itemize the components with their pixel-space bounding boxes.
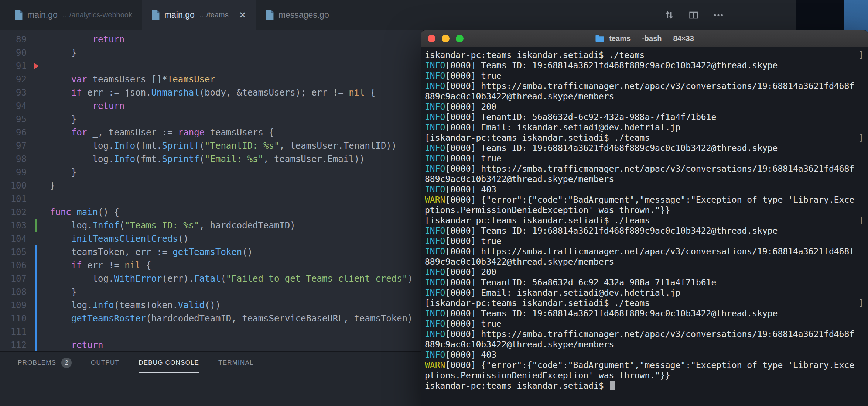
tab-label: main.go <box>27 10 58 20</box>
code-token: , hardcodedTeamID) <box>199 220 295 231</box>
code-token <box>50 74 71 85</box>
prompt-mark: ] <box>858 215 864 226</box>
code-text: } <box>50 113 76 126</box>
code-text: return <box>50 99 124 113</box>
code-token: Sprintf <box>162 141 199 151</box>
terminal-text: [0000] true <box>445 236 501 246</box>
code-token: Info <box>114 154 135 164</box>
code-token: , teamsUser.TenantID)) <box>279 141 397 151</box>
code-token: Unmarshal <box>151 87 199 98</box>
editor-tab[interactable]: messages.go <box>256 0 339 30</box>
terminal-text: [0000] Email: iskandar.setiadi@dev.hdetr… <box>445 123 680 132</box>
code-token: nil <box>349 87 365 98</box>
line-number: 105 <box>0 245 27 259</box>
panel-tab-debug-console[interactable]: DEBUG CONSOLE <box>139 352 199 373</box>
terminal-text: [0000] 200 <box>445 267 496 277</box>
editor-tab[interactable]: main.go…/teams✕ <box>142 0 256 30</box>
gutter-decoration <box>27 299 50 312</box>
gutter-decoration <box>27 46 50 59</box>
gutter-decoration <box>27 126 50 139</box>
terminal-line: INFO[0000] Email: iskandar.setiadi@dev.h… <box>425 288 864 298</box>
close-button[interactable] <box>428 35 435 42</box>
open-changes-icon[interactable] <box>664 10 674 20</box>
code-token: ( <box>199 154 205 164</box>
code-token: } <box>50 287 76 297</box>
code-text: } <box>50 166 76 179</box>
code-token: nil <box>124 260 140 271</box>
gutter-decoration <box>27 219 50 232</box>
code-token: err := json. <box>82 87 151 98</box>
window-controls <box>428 30 464 47</box>
log-level-info: INFO <box>425 81 445 91</box>
code-token <box>50 101 93 111</box>
terminal-line: INFO[0000] https://smba.trafficmanager.n… <box>425 81 864 91</box>
code-text: getTeamsRoster(hardcodedTeamID, teamsSer… <box>50 312 413 325</box>
log-level-info: INFO <box>425 309 445 318</box>
gutter-decoration <box>27 113 50 126</box>
gutter-decoration <box>27 192 50 206</box>
terminal-text: 889c9ac0c10b3422@thread.skype/members <box>425 174 614 184</box>
code-token: main <box>76 207 98 217</box>
terminal-content[interactable]: iskandar-pc:teams iskandar.setiadi$ ./te… <box>421 47 868 394</box>
panel-tab-terminal[interactable]: TERMINAL <box>218 352 254 373</box>
problems-count-badge: 2 <box>61 358 72 368</box>
gutter-decoration <box>27 232 50 245</box>
terminal-line: INFO[0000] true <box>425 236 864 246</box>
terminal-text: [0000] https://smba.trafficmanager.net/a… <box>445 164 854 173</box>
log-level-info: INFO <box>425 247 445 256</box>
code-text: func main() { <box>50 206 119 219</box>
log-level-info: INFO <box>425 164 445 173</box>
line-number: 110 <box>0 312 27 325</box>
log-level-info: INFO <box>425 278 445 287</box>
code-token: "Teams ID: %s" <box>124 220 199 231</box>
code-token: _, teamsUser := <box>87 127 178 138</box>
terminal-title-bar[interactable]: teams — -bash — 84×33 <box>421 30 868 47</box>
code-text: initTeamsClientCreds() <box>50 232 189 245</box>
split-editor-icon[interactable] <box>688 10 699 20</box>
gutter-decoration <box>27 73 50 86</box>
git-added-indicator <box>35 219 37 232</box>
tab-close-icon[interactable]: ✕ <box>239 10 246 20</box>
more-actions-icon[interactable] <box>713 10 724 20</box>
log-level-info: INFO <box>425 102 445 111</box>
go-file-icon <box>266 10 274 20</box>
git-modified-indicator <box>35 272 37 285</box>
panel-tab-output[interactable]: OUTPUT <box>91 352 119 373</box>
code-text: log.Info(fmt.Sprintf("Email: %s", teamsU… <box>50 152 365 166</box>
editor-actions <box>664 0 724 30</box>
gutter-decoration <box>27 33 50 46</box>
panel-tab-label: OUTPUT <box>91 359 119 367</box>
code-token: teamsUsers []* <box>87 74 167 85</box>
editor-tab[interactable]: main.go…/analytics-webhook <box>5 0 142 30</box>
code-token: } <box>50 180 55 191</box>
terminal-line: INFO[0000] true <box>425 319 864 329</box>
zoom-button[interactable] <box>456 35 464 42</box>
code-token: log. <box>50 154 114 164</box>
code-token <box>50 313 71 324</box>
line-number: 99 <box>0 166 27 179</box>
line-number: 103 <box>0 219 27 232</box>
code-token <box>50 127 71 138</box>
terminal-line: INFO[0000] Teams ID: 19:68814a3621fd468f… <box>425 143 864 153</box>
code-token: var <box>71 74 87 85</box>
code-token: ()) <box>205 300 221 310</box>
line-number: 101 <box>0 192 27 206</box>
code-token: if <box>71 260 82 271</box>
log-level-info: INFO <box>425 143 445 153</box>
prompt-mark: ] <box>858 133 864 143</box>
code-token: teamsToken, err := <box>50 247 172 257</box>
code-token: () <box>242 247 253 257</box>
code-token: } <box>50 48 76 58</box>
gutter-decoration <box>27 166 50 179</box>
minimize-button[interactable] <box>442 35 450 42</box>
line-number: 95 <box>0 113 27 126</box>
log-level-info: INFO <box>425 112 445 122</box>
line-number: 107 <box>0 272 27 285</box>
log-level-info: INFO <box>425 61 445 70</box>
git-modified-indicator <box>35 299 37 312</box>
prompt-mark: ] <box>858 298 864 308</box>
code-token <box>50 234 71 244</box>
gutter-decoration <box>27 139 50 152</box>
panel-tab-problems[interactable]: PROBLEMS2 <box>18 352 72 373</box>
terminal-line: ptions.PermissionDeniedException' was th… <box>425 370 864 381</box>
